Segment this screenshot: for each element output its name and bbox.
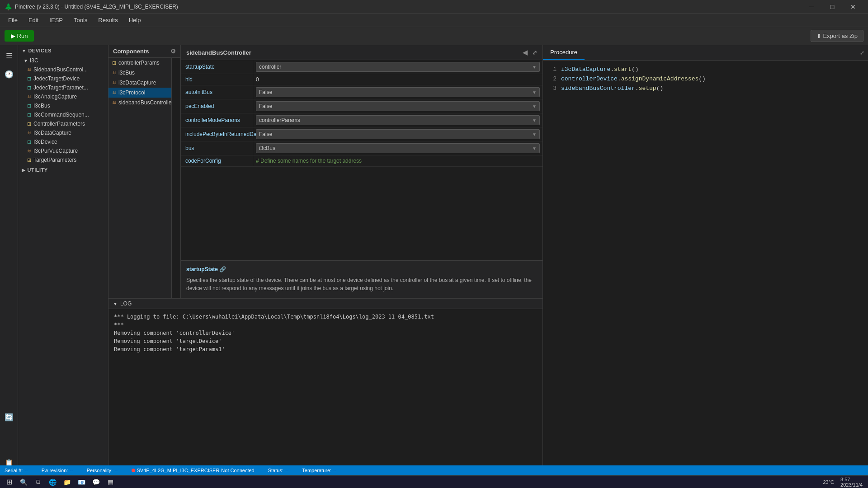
taskview-icon[interactable]: ⧉ [32, 477, 44, 488]
start-button[interactable]: ⊞ [3, 477, 15, 488]
expand-procedure-icon[interactable]: ⤢ [856, 46, 868, 60]
components-section: Components ⚙ ⊞ controllerParams ≋ i3cBus… [108, 45, 181, 298]
prop-dropdown-6[interactable]: i3cBus ▼ [256, 143, 540, 153]
utility-arrow: ▶ [22, 168, 26, 173]
item-label-2: JedecTargetParamet... [33, 84, 88, 91]
nav-left-arrow[interactable]: ◀ [520, 48, 530, 57]
history-icon-btn[interactable]: 🕐 [1, 66, 17, 82]
sidebar-item-0[interactable]: ≋ SidebandBusControl... [18, 65, 108, 74]
prop-value-2[interactable]: False ▼ [253, 85, 542, 99]
explorer-icon[interactable]: 📁 [61, 477, 73, 488]
close-button[interactable]: ✕ [843, 0, 863, 14]
prop-dropdown-val-5: False [259, 131, 272, 137]
status-label: Status: [268, 468, 283, 473]
sidebar-item-8[interactable]: ⊡ I3cDevice [18, 137, 108, 146]
components-title: Components [113, 48, 149, 55]
status-serial: Serial #: -- [5, 468, 28, 473]
item-icon-0: ≋ [27, 67, 31, 73]
item-icon-2: ⊡ [27, 85, 31, 91]
prop-comment-7: # Define some names for the target addre… [256, 158, 362, 164]
prop-dropdown-2[interactable]: False ▼ [256, 87, 540, 97]
devices-icon-btn[interactable]: ☰ [1, 47, 17, 64]
sbc-header: sidebandBusController ◀ ⤢ [181, 45, 542, 60]
sidebar-item-9[interactable]: ≋ I3cPurVueCapture [18, 146, 108, 155]
components-gear-icon[interactable]: ⚙ [170, 48, 176, 55]
fw-value: -- [70, 468, 73, 473]
maximize-button[interactable]: □ [822, 0, 843, 14]
utility-section[interactable]: ▶ UTILITY [18, 164, 108, 175]
personality-value: -- [114, 468, 118, 473]
comp-item-3[interactable]: ≋ i3cProtocol [108, 88, 171, 98]
comp-item-0[interactable]: ⊞ controllerParams [108, 58, 171, 68]
prop-dropdown-5[interactable]: False ▼ [256, 129, 540, 139]
dropdown-arrow-3: ▼ [532, 104, 537, 109]
sidebar-item-5[interactable]: ⊡ I3cCommandSequen... [18, 110, 108, 119]
personality-label: Personality: [87, 468, 113, 473]
menu-results[interactable]: Results [94, 15, 122, 25]
comp-item-1[interactable]: ≋ i3cBus [108, 68, 171, 78]
minimize-button[interactable]: ─ [801, 0, 822, 14]
apps-icon[interactable]: ▦ [104, 477, 117, 488]
toolbar: ▶ Run ⬆ Export as Zip [0, 27, 868, 45]
menubar: File Edit IESP Tools Results Help [0, 14, 868, 27]
menu-edit[interactable]: Edit [24, 15, 43, 25]
log-header[interactable]: ▼ LOG [108, 299, 542, 309]
prop-value-4[interactable]: controllerParams ▼ [253, 113, 542, 127]
item-label-9: I3cPurVueCapture [33, 148, 78, 154]
procedure-tab[interactable]: Procedure [543, 45, 585, 60]
edge-icon[interactable]: 🌐 [46, 477, 59, 488]
prop-dropdown-3[interactable]: False ▼ [256, 101, 540, 111]
dropdown-arrow-5: ▼ [532, 132, 537, 137]
prop-dropdown-4[interactable]: controllerParams ▼ [256, 115, 540, 125]
sidebar-item-2[interactable]: ⊡ JedecTargetParamet... [18, 83, 108, 92]
sidebar-item-10[interactable]: ⊞ TargetParameters [18, 155, 108, 164]
prop-dropdown-0[interactable]: controller ▼ [256, 62, 540, 72]
prop-value-3[interactable]: False ▼ [253, 99, 542, 113]
log-icon-btn[interactable]: 🔄 [1, 409, 17, 425]
line-num-2: 3 [547, 84, 557, 94]
prop-row-4: controllerModeParams controllerParams ▼ [181, 113, 542, 127]
code-text-1: controllerDevice.assignDynamicAddresses(… [561, 75, 706, 84]
title-text: Pinetree (v 23.3.0) - Untitled (SV4E_4L2… [15, 4, 178, 10]
serial-value: -- [24, 468, 28, 473]
sidebar-item-3[interactable]: ≋ I3cAnalogCapture [18, 92, 108, 101]
prop-text-1: 0 [256, 76, 259, 83]
prop-value-0[interactable]: controller ▼ [253, 60, 542, 74]
item-label-0: SidebandBusControl... [33, 66, 88, 73]
search-taskbar-icon[interactable]: 🔍 [17, 477, 30, 488]
line-num-1: 2 [547, 75, 557, 84]
menu-iesp[interactable]: IESP [45, 15, 67, 25]
window-controls: ─ □ ✕ [801, 0, 863, 14]
run-button[interactable]: ▶ Run [5, 30, 34, 42]
sidebar-item-4[interactable]: ⊡ I3cBus [18, 101, 108, 110]
sidebar-item-6[interactable]: ⊞ ControllerParameters [18, 119, 108, 128]
item-icon-10: ⊞ [27, 157, 31, 163]
prop-value-5[interactable]: False ▼ [253, 127, 542, 141]
expand-icon[interactable]: ⤢ [532, 49, 537, 56]
comp-item-2[interactable]: ≋ i3cDataCapture [108, 78, 171, 88]
outlook-icon[interactable]: 📧 [75, 477, 88, 488]
taskbar-clock[interactable]: 8:57 2023/11/4 [838, 476, 865, 488]
prop-name-1: hid [181, 74, 253, 85]
menu-help[interactable]: Help [124, 15, 146, 25]
titlebar: 🌲 Pinetree (v 23.3.0) - Untitled (SV4E_4… [0, 0, 868, 14]
comp-name-2: i3cDataCapture [118, 80, 156, 86]
sidebar-item-7[interactable]: ≋ I3cDataCapture [18, 128, 108, 137]
devices-section[interactable]: ▼ DEVICES [18, 45, 108, 56]
teams-icon[interactable]: 💬 [90, 477, 102, 488]
sidebar-i3c-section[interactable]: ▼ I3C [18, 56, 108, 65]
right-panel: Procedure ⤢ 1 i3cDataCapture.start() 2 c… [542, 45, 868, 475]
log-content: *** Logging to file: C:\Users\wuhailei\A… [108, 309, 542, 368]
sidebar-item-1[interactable]: ⊡ JedecTargetDevice [18, 74, 108, 83]
menu-tools[interactable]: Tools [69, 15, 92, 25]
prop-value-6[interactable]: i3cBus ▼ [253, 141, 542, 155]
prop-name-0: startupState [181, 60, 253, 74]
export-button[interactable]: ⬆ Export as Zip [811, 30, 863, 42]
prop-row-6: bus i3cBus ▼ [181, 141, 542, 155]
sbc-title: sidebandBusController [186, 49, 251, 56]
procedure-header: Procedure ⤢ [543, 45, 868, 61]
status-temp: Temperature: -- [302, 468, 336, 473]
menu-file[interactable]: File [4, 15, 22, 25]
comp-item-4[interactable]: ≋ sidebandBusController ● [108, 98, 171, 108]
serial-label: Serial #: [5, 468, 23, 473]
